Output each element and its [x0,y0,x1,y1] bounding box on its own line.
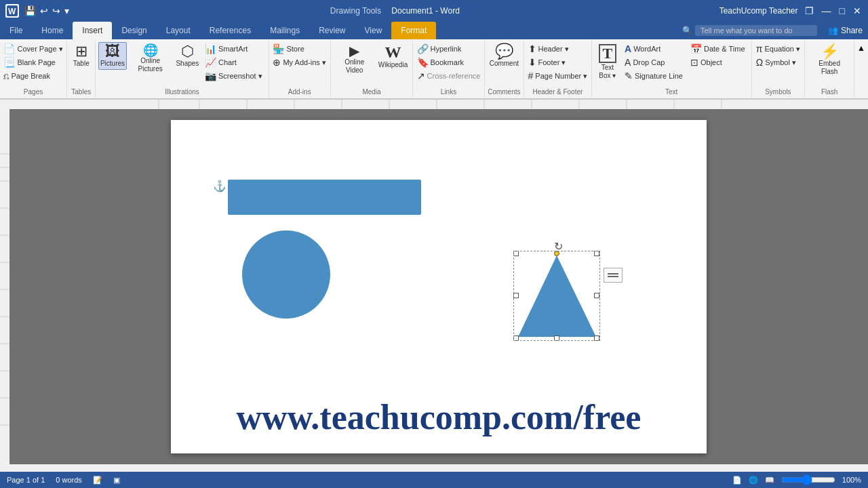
selection-handle-br[interactable] [594,336,599,341]
ribbon-search-input[interactable] [695,25,817,36]
document-scroll-area[interactable]: ⚓ ↻ [9,109,868,464]
zoom-slider[interactable] [781,474,835,485]
pages-label: Pages [24,87,43,96]
restore-down-button[interactable]: ❐ [804,4,815,18]
tab-file[interactable]: File [0,22,32,39]
smartart-button[interactable]: 📊 SmartArt [201,42,266,56]
svg-text:W: W [8,7,16,16]
tab-view[interactable]: View [355,22,392,39]
group-pages: 📄 Cover Page ▾ 📃 Blank Page ⎌ Page Break… [0,41,67,97]
screenshot-button[interactable]: 📷 Screenshot ▾ [201,69,266,83]
view-web-icon[interactable]: 🌐 [749,476,758,485]
anchor-icon: ⚓ [213,180,226,192]
online-pictures-button[interactable]: 🌐 Online Pictures [127,42,174,75]
bookmark-button[interactable]: 🔖 Bookmark [414,56,484,69]
header-button[interactable]: ⬆ Header ▾ [525,42,591,56]
page-number-button[interactable]: # Page Number ▾ [525,69,591,83]
view-print-icon[interactable]: 📄 [732,476,742,485]
tables-label: Tables [71,87,91,96]
online-video-button[interactable]: ▶ Online Video [334,42,376,77]
maximize-button[interactable]: □ [838,4,846,18]
shape-circle[interactable] [242,230,330,319]
selection-handle-mr[interactable] [594,293,599,298]
date-time-icon: 📅 [690,43,702,54]
word-count: 0 words [56,476,82,484]
selection-mode[interactable]: ▣ [113,476,120,485]
save-button[interactable]: 💾 [23,4,37,18]
shape-rectangle[interactable] [228,180,421,215]
wordart-button[interactable]: A WordArt [621,42,686,56]
quick-access-more[interactable]: ▾ [63,4,71,18]
text-col3: 📅 Date & Time ⊡ Object [687,42,749,69]
tab-review[interactable]: Review [309,22,355,39]
store-icon: 🏪 [273,43,284,54]
selection-handle-bl[interactable] [513,336,519,341]
minimize-button[interactable]: — [821,4,833,18]
shapes-icon: ⬡ [181,44,194,59]
tab-design[interactable]: Design [112,22,156,39]
group-symbols: π Equation ▾ Ω Symbol ▾ Symbols [752,41,806,97]
shapes-button[interactable]: ⬡ Shapes [174,42,201,70]
ribbon: File Home Insert Design Layout Reference… [0,22,868,100]
drop-cap-button[interactable]: A Drop Cap [621,56,686,69]
illustrations-label: Illustrations [165,87,199,96]
footer-button[interactable]: ⬇ Footer ▾ [525,56,591,69]
cross-reference-button[interactable]: ↗ Cross-reference [414,69,484,83]
comment-button[interactable]: 💬 Comment [486,42,522,70]
header-icon: ⬆ [528,43,536,54]
undo-button[interactable]: ↩ [39,4,50,18]
symbol-button[interactable]: Ω Symbol ▾ [753,56,804,69]
proofing-icon[interactable]: 📝 [93,476,102,485]
share-icon: 👥 [828,26,838,35]
share-button[interactable]: 👥 Share [823,22,868,39]
my-addins-button[interactable]: ⊕ My Add-ins ▾ [269,56,329,69]
equation-button[interactable]: π Equation ▾ [753,42,804,56]
blank-page-button[interactable]: 📃 Blank Page [0,56,66,69]
selection-handle-tr[interactable] [594,251,599,256]
table-icon: ⊞ [75,44,87,59]
close-button[interactable]: ✕ [852,4,863,18]
addins-label: Add-ins [288,87,311,96]
selection-handle-tl[interactable] [513,251,519,256]
comments-label: Comments [488,87,520,96]
tab-insert[interactable]: Insert [73,22,112,39]
view-read-icon[interactable]: 📖 [765,476,774,485]
tab-mailings[interactable]: Mailings [260,22,309,39]
ribbon-collapse[interactable]: ▲ [854,41,868,97]
object-button[interactable]: ⊡ Object [687,56,749,69]
chart-button[interactable]: 📈 Chart [201,56,266,69]
tab-layout[interactable]: Layout [157,22,200,39]
date-time-button[interactable]: 📅 Date & Time [687,42,749,56]
redo-button[interactable]: ↪ [51,4,62,18]
tab-home[interactable]: Home [32,22,73,39]
hyperlink-button[interactable]: 🔗 Hyperlink [414,42,484,56]
embed-flash-button[interactable]: ⚡ Embed Flash [808,42,851,78]
layout-options-button[interactable] [604,268,623,283]
group-media: ▶ Online Video W Wikipedia Media [331,41,414,97]
selection-handle-tc[interactable] [554,251,559,256]
shape-triangle[interactable] [515,252,599,340]
ribbon-tabs: File Home Insert Design Layout Reference… [0,22,868,39]
group-comments: 💬 Comment Comments [485,41,524,97]
table-button[interactable]: ⊞ Table [69,42,94,70]
wikipedia-button[interactable]: W Wikipedia [376,42,410,71]
drop-cap-icon: A [625,57,631,68]
page-number-icon: # [528,70,534,81]
chart-icon: 📈 [205,57,216,68]
signature-line-button[interactable]: ✎ Signature Line [621,69,686,83]
page-break-button[interactable]: ⎌ Page Break [0,69,66,83]
pictures-button[interactable]: 🖼 Pictures [98,42,126,70]
cover-page-button[interactable]: 📄 Cover Page ▾ [0,42,66,56]
flash-label: Flash [821,87,837,96]
selection-handle-bc[interactable] [554,336,559,341]
links-label: Links [441,87,456,96]
store-button[interactable]: 🏪 Store [269,42,329,56]
tab-format[interactable]: Format [391,22,436,39]
object-icon: ⊡ [690,57,698,68]
text-box-button[interactable]: T Text Box ▾ [595,42,620,82]
footer-icon: ⬇ [528,57,536,68]
symbol-icon: Ω [756,57,763,68]
selection-handle-ml[interactable] [513,293,519,298]
links-items: 🔗 Hyperlink 🔖 Bookmark ↗ Cross-reference [414,42,484,87]
tab-references[interactable]: References [200,22,260,39]
